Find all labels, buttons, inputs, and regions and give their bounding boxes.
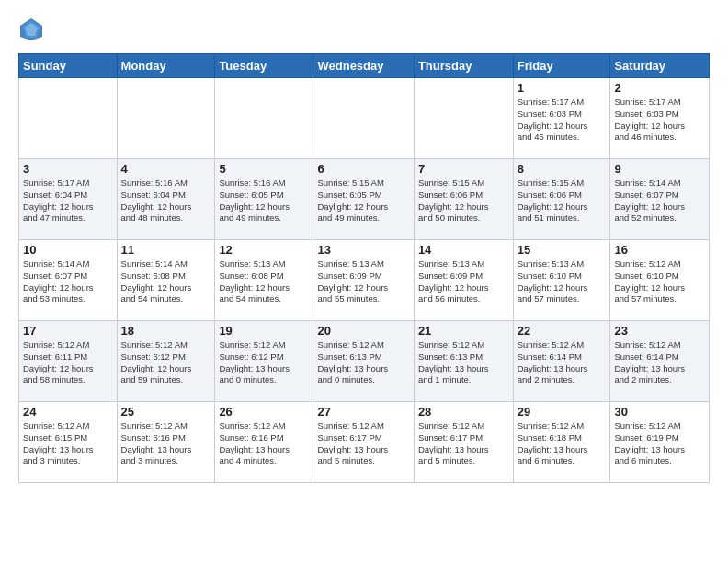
day-number: 3 (23, 162, 113, 176)
calendar-cell: 21Sunrise: 5:12 AM Sunset: 6:13 PM Dayli… (414, 321, 513, 402)
day-number: 5 (219, 162, 309, 176)
day-number: 1 (518, 81, 607, 95)
day-number: 22 (518, 324, 607, 338)
day-info: Sunrise: 5:13 AM Sunset: 6:08 PM Dayligh… (219, 259, 309, 305)
day-number: 28 (418, 405, 509, 419)
day-info: Sunrise: 5:15 AM Sunset: 6:06 PM Dayligh… (518, 178, 607, 224)
day-number: 25 (121, 405, 211, 419)
calendar-week-3: 10Sunrise: 5:14 AM Sunset: 6:07 PM Dayli… (19, 240, 710, 321)
logo-icon (18, 17, 44, 42)
day-number: 14 (418, 243, 509, 257)
day-number: 8 (518, 162, 607, 176)
day-info: Sunrise: 5:13 AM Sunset: 6:09 PM Dayligh… (418, 259, 509, 305)
day-number: 18 (121, 324, 211, 338)
weekday-header-sunday: Sunday (19, 54, 118, 78)
calendar-cell: 14Sunrise: 5:13 AM Sunset: 6:09 PM Dayli… (414, 240, 513, 321)
day-number: 23 (614, 324, 705, 338)
calendar-cell: 22Sunrise: 5:12 AM Sunset: 6:14 PM Dayli… (513, 321, 610, 402)
day-info: Sunrise: 5:12 AM Sunset: 6:13 PM Dayligh… (317, 339, 409, 386)
day-info: Sunrise: 5:17 AM Sunset: 6:03 PM Dayligh… (614, 97, 705, 144)
day-number: 4 (121, 162, 211, 176)
day-info: Sunrise: 5:17 AM Sunset: 6:03 PM Dayligh… (518, 97, 607, 144)
day-info: Sunrise: 5:12 AM Sunset: 6:13 PM Dayligh… (418, 339, 509, 386)
calendar-cell: 30Sunrise: 5:12 AM Sunset: 6:19 PM Dayli… (610, 402, 710, 483)
calendar-cell: 9Sunrise: 5:14 AM Sunset: 6:07 PM Daylig… (610, 159, 710, 240)
calendar-cell (19, 78, 118, 159)
calendar-cell: 5Sunrise: 5:16 AM Sunset: 6:05 PM Daylig… (215, 159, 313, 240)
day-number: 16 (614, 243, 705, 257)
day-number: 27 (317, 405, 409, 419)
day-info: Sunrise: 5:12 AM Sunset: 6:12 PM Dayligh… (219, 339, 309, 386)
calendar-cell: 7Sunrise: 5:15 AM Sunset: 6:06 PM Daylig… (414, 159, 513, 240)
day-info: Sunrise: 5:12 AM Sunset: 6:14 PM Dayligh… (518, 339, 607, 386)
calendar-cell: 18Sunrise: 5:12 AM Sunset: 6:12 PM Dayli… (117, 321, 215, 402)
day-number: 29 (518, 405, 607, 419)
day-info: Sunrise: 5:16 AM Sunset: 6:04 PM Dayligh… (121, 178, 211, 224)
calendar-cell: 28Sunrise: 5:12 AM Sunset: 6:17 PM Dayli… (414, 402, 513, 483)
header (18, 17, 710, 42)
day-number: 17 (23, 324, 113, 338)
day-number: 12 (219, 243, 309, 257)
weekday-header-monday: Monday (117, 54, 215, 78)
day-number: 7 (418, 162, 509, 176)
calendar-cell: 11Sunrise: 5:14 AM Sunset: 6:08 PM Dayli… (117, 240, 215, 321)
calendar-cell: 10Sunrise: 5:14 AM Sunset: 6:07 PM Dayli… (19, 240, 118, 321)
calendar-cell (414, 78, 513, 159)
day-info: Sunrise: 5:12 AM Sunset: 6:18 PM Dayligh… (518, 420, 607, 467)
day-number: 11 (121, 243, 211, 257)
calendar-cell: 3Sunrise: 5:17 AM Sunset: 6:04 PM Daylig… (19, 159, 118, 240)
calendar-cell (313, 78, 414, 159)
calendar-cell: 23Sunrise: 5:12 AM Sunset: 6:14 PM Dayli… (610, 321, 710, 402)
calendar-cell: 4Sunrise: 5:16 AM Sunset: 6:04 PM Daylig… (117, 159, 215, 240)
day-info: Sunrise: 5:12 AM Sunset: 6:16 PM Dayligh… (219, 420, 309, 467)
day-info: Sunrise: 5:14 AM Sunset: 6:07 PM Dayligh… (23, 259, 113, 305)
weekday-header-thursday: Thursday (414, 54, 513, 78)
day-info: Sunrise: 5:12 AM Sunset: 6:16 PM Dayligh… (121, 420, 211, 467)
day-number: 26 (219, 405, 309, 419)
day-number: 10 (23, 243, 113, 257)
day-info: Sunrise: 5:16 AM Sunset: 6:05 PM Dayligh… (219, 178, 309, 224)
day-number: 13 (317, 243, 409, 257)
calendar-cell: 2Sunrise: 5:17 AM Sunset: 6:03 PM Daylig… (610, 78, 710, 159)
calendar-cell: 8Sunrise: 5:15 AM Sunset: 6:06 PM Daylig… (513, 159, 610, 240)
calendar-cell: 27Sunrise: 5:12 AM Sunset: 6:17 PM Dayli… (313, 402, 414, 483)
day-info: Sunrise: 5:12 AM Sunset: 6:12 PM Dayligh… (121, 339, 211, 386)
calendar-cell: 25Sunrise: 5:12 AM Sunset: 6:16 PM Dayli… (117, 402, 215, 483)
calendar-cell: 6Sunrise: 5:15 AM Sunset: 6:05 PM Daylig… (313, 159, 414, 240)
calendar-cell (117, 78, 215, 159)
day-number: 24 (23, 405, 113, 419)
calendar-week-1: 1Sunrise: 5:17 AM Sunset: 6:03 PM Daylig… (19, 78, 710, 159)
calendar-cell: 15Sunrise: 5:13 AM Sunset: 6:10 PM Dayli… (513, 240, 610, 321)
calendar-cell: 19Sunrise: 5:12 AM Sunset: 6:12 PM Dayli… (215, 321, 313, 402)
day-info: Sunrise: 5:13 AM Sunset: 6:09 PM Dayligh… (317, 259, 409, 305)
calendar-cell: 16Sunrise: 5:12 AM Sunset: 6:10 PM Dayli… (610, 240, 710, 321)
day-info: Sunrise: 5:12 AM Sunset: 6:11 PM Dayligh… (23, 339, 113, 386)
day-info: Sunrise: 5:12 AM Sunset: 6:19 PM Dayligh… (614, 420, 705, 467)
day-info: Sunrise: 5:15 AM Sunset: 6:06 PM Dayligh… (418, 178, 509, 224)
calendar-table: SundayMondayTuesdayWednesdayThursdayFrid… (18, 53, 710, 483)
calendar-cell (215, 78, 313, 159)
calendar-cell: 26Sunrise: 5:12 AM Sunset: 6:16 PM Dayli… (215, 402, 313, 483)
day-number: 15 (518, 243, 607, 257)
weekday-header-tuesday: Tuesday (215, 54, 313, 78)
weekday-header-friday: Friday (513, 54, 610, 78)
calendar-week-5: 24Sunrise: 5:12 AM Sunset: 6:15 PM Dayli… (19, 402, 710, 483)
day-number: 20 (317, 324, 409, 338)
weekday-header-saturday: Saturday (610, 54, 710, 78)
calendar-week-2: 3Sunrise: 5:17 AM Sunset: 6:04 PM Daylig… (19, 159, 710, 240)
calendar-cell: 17Sunrise: 5:12 AM Sunset: 6:11 PM Dayli… (19, 321, 118, 402)
day-number: 9 (614, 162, 705, 176)
calendar-cell: 12Sunrise: 5:13 AM Sunset: 6:08 PM Dayli… (215, 240, 313, 321)
calendar-cell: 20Sunrise: 5:12 AM Sunset: 6:13 PM Dayli… (313, 321, 414, 402)
day-info: Sunrise: 5:15 AM Sunset: 6:05 PM Dayligh… (317, 178, 409, 224)
day-info: Sunrise: 5:14 AM Sunset: 6:08 PM Dayligh… (121, 259, 211, 305)
day-number: 21 (418, 324, 509, 338)
weekday-header-wednesday: Wednesday (313, 54, 414, 78)
day-number: 30 (614, 405, 705, 419)
calendar-week-4: 17Sunrise: 5:12 AM Sunset: 6:11 PM Dayli… (19, 321, 710, 402)
calendar-cell: 29Sunrise: 5:12 AM Sunset: 6:18 PM Dayli… (513, 402, 610, 483)
page: SundayMondayTuesdayWednesdayThursdayFrid… (0, 0, 728, 492)
day-info: Sunrise: 5:12 AM Sunset: 6:14 PM Dayligh… (614, 339, 705, 386)
day-info: Sunrise: 5:12 AM Sunset: 6:17 PM Dayligh… (317, 420, 409, 467)
calendar-header-row: SundayMondayTuesdayWednesdayThursdayFrid… (19, 54, 710, 78)
